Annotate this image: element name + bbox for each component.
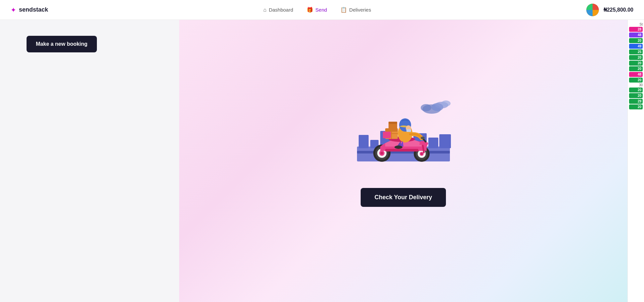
- svg-rect-6: [359, 135, 369, 148]
- svg-point-18: [381, 152, 383, 154]
- make-booking-button[interactable]: Make a new booking: [27, 36, 97, 52]
- illustration-container: Check Your Delivery: [347, 95, 460, 207]
- svg-rect-11: [428, 138, 438, 148]
- logo-icon: ✦: [11, 6, 16, 14]
- svg-rect-33: [383, 132, 391, 138]
- delivery-illustration: [347, 95, 460, 168]
- right-sidebar: St 28 48 20 49 25 20 20 20 48 20 30 20 2…: [627, 20, 644, 302]
- nav-dashboard-label: Dashboard: [269, 7, 293, 13]
- svg-rect-12: [439, 134, 451, 148]
- sidebar-badge-6: 20: [629, 61, 643, 66]
- sidebar-badge-13: 20: [629, 104, 643, 109]
- sidebar-badge-0: 28: [629, 27, 643, 32]
- left-panel: Make a new booking: [0, 20, 179, 302]
- nav-send-label: Send: [316, 7, 327, 13]
- main-layout: Make a new booking: [0, 20, 644, 302]
- home-icon: ⌂: [263, 7, 267, 13]
- sidebar-badge-2: 20: [629, 38, 643, 43]
- sidebar-badge-4: 25: [629, 49, 643, 54]
- nav-deliveries[interactable]: 📋 Deliveries: [340, 7, 371, 13]
- header: ✦ sendstack ⌂ Dashboard 🎁 Send 📋 Deliver…: [0, 0, 644, 20]
- right-panel: Check Your Delivery: [179, 20, 627, 302]
- sidebar-badge-11: 20: [629, 93, 643, 98]
- sidebar-badge-10: 20: [629, 88, 643, 92]
- balance-display: ₦225,800.00: [604, 7, 633, 13]
- svg-rect-32: [389, 122, 397, 124]
- main-nav: ⌂ Dashboard 🎁 Send 📋 Deliveries: [263, 7, 371, 13]
- svg-rect-26: [385, 149, 418, 151]
- avatar[interactable]: [586, 4, 599, 16]
- svg-rect-40: [406, 129, 411, 132]
- avatar-image: [586, 4, 599, 16]
- nav-dashboard[interactable]: ⌂ Dashboard: [263, 7, 293, 13]
- sidebar-badge-7: 20: [629, 66, 643, 71]
- sidebar-header-label: St: [629, 23, 643, 26]
- logo-text: sendstack: [19, 6, 48, 13]
- logo[interactable]: ✦ sendstack: [11, 6, 48, 14]
- nav-deliveries-label: Deliveries: [349, 7, 371, 13]
- sidebar-badge-3: 49: [629, 44, 643, 49]
- svg-point-4: [441, 100, 451, 106]
- scooter-svg: [347, 95, 460, 168]
- check-delivery-button[interactable]: Check Your Delivery: [361, 188, 446, 207]
- sidebar-badge-9: 20: [629, 78, 643, 83]
- svg-point-2: [421, 104, 431, 111]
- sidebar-badge-1: 48: [629, 32, 643, 37]
- sidebar-badge-12: 29: [629, 99, 643, 104]
- deliveries-icon: 📋: [340, 7, 347, 13]
- svg-point-41: [394, 146, 402, 149]
- svg-point-23: [421, 153, 423, 155]
- sidebar-badge-8: 48: [629, 72, 643, 77]
- header-right: ₦225,800.00: [586, 4, 633, 16]
- sidebar-badge-5: 20: [629, 55, 643, 60]
- sidebar-mid-label: 30: [629, 83, 643, 87]
- nav-send[interactable]: 🎁 Send: [307, 7, 327, 13]
- svg-point-37: [421, 137, 425, 139]
- send-icon: 🎁: [307, 7, 313, 13]
